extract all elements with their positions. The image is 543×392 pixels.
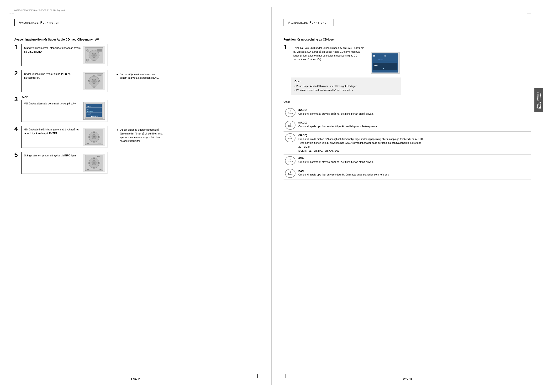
svg-text:ENTER: ENTER [98,75,101,76]
svg-point-44 [93,167,95,169]
table-row: ⊙ Track (CD) Om du vill komma åt ett vis… [283,154,531,167]
svg-text:zoom: zoom [98,143,101,144]
svg-point-14 [88,80,90,82]
icon-cell-2: ⊙ Time [283,119,297,131]
time-icon-cd: ⊙ Time [285,169,295,178]
crosshair-bottom-left [283,374,287,378]
svg-point-6 [86,49,89,52]
crosshair-top-right [527,11,531,16]
right-page-number: SWE-45 [402,377,412,380]
svg-rect-37 [87,143,89,144]
svg-text:ENT: ENT [93,136,96,138]
table-cell-4: (CD) Om du vill komma åt ett visst spår … [297,154,531,167]
table-cell-2: (SACD) Om du vill spela upp från en viss… [297,119,531,131]
sidebar-line1: Avancerade [536,92,539,109]
table-row: ⊙ Time (SACD) Om du vill spela upp från … [283,119,531,131]
svg-point-33 [93,131,95,133]
icon-cell-1: ⊙ Track [283,106,297,119]
step-2-number: 2 [14,70,20,76]
right-step-1-number: 1 [283,44,289,50]
svg-text:▶: ▶ [383,68,384,69]
crosshair-bottom-right [255,374,260,378]
svg-point-13 [93,86,95,88]
step-3-label: SACD [22,96,107,99]
obs-right-title: Obs! [294,80,398,83]
svg-text:01: 01 [87,109,89,110]
step-2-box: Under uppspelning trycker du på INFO på … [22,70,107,92]
svg-point-35 [88,136,90,138]
obs-right-item-2: - På vissa skivor kan funktionen alltså … [294,88,398,92]
left-page-number: SWE-44 [131,377,141,380]
table-cell-3: (SACD) Om du vill växla mellan tvåkanali… [297,131,531,154]
svg-text:01: 01 [384,55,386,57]
svg-rect-24 [86,112,102,112]
svg-text:0:01:12: 0:01:12 [378,59,384,61]
obs-right-box: Obs! - Vissa Super Audio CD-skivor inneh… [291,77,401,95]
svg-text:zoom: zoom [97,156,100,157]
sidebar-tab: Avancerade Funktioner [534,88,543,112]
step-1-box: Stäng visningsmenyn i stoppläget genom a… [22,44,107,66]
svg-text:SACD: SACD [87,106,91,107]
step-3-image: SACD 01 ▶ 0:01:12 MULTI ◄ PAUSE ► [83,102,105,120]
step-5-box: Stäng skärmen genom att trycka på INFO i… [22,152,107,174]
step-1-image [83,46,105,64]
svg-point-43 [93,157,95,159]
step-4-image: ENT zoom [83,128,105,146]
step-3-text: Välj önskat alternativ genom att trycka … [24,102,81,106]
right-step-1-box: Tryck på SACD/CD under uppspelningen av … [291,44,367,68]
step-3-box: Välj önskat alternativ genom att trycka … [22,100,107,122]
step-5-text: Stäng skärmen genom att trycka på INFO i… [24,154,81,158]
right-step-1-text: Tryck på SACD/CD under uppspelningen av … [293,46,364,61]
step-2-note: Du kan välja Info i funktionsmenyn genom… [111,70,164,80]
table-cell-5: (CD) Om du vill spela upp från en viss t… [297,167,531,180]
svg-text:CD: CD [373,55,375,57]
svg-text:▶ 0:01:12: ▶ 0:01:12 [87,110,93,112]
svg-point-45 [88,162,90,164]
svg-text:◄ PAUSE ►: ◄ PAUSE ► [91,116,98,117]
icon-cell-3: ⊙ Audio [283,131,297,154]
step-2-text: Under uppspelning trycker du på INFO på … [24,72,81,80]
obs-table: ⊙ Track (SACD) Om du vill komma åt ett v… [283,106,531,180]
step-1-text: Stäng visningsmenyn i stoppläget genom a… [24,46,81,54]
left-header-bar: Avancerade Funktioner [14,19,64,26]
left-header-text: Avancerade Funktioner [19,21,60,24]
crosshair-top-left [10,11,14,16]
obs-right-item-1: - Vissa Super Audio CD-skivor innehåller… [294,84,398,88]
svg-rect-21 [86,107,102,108]
right-page: Avancerade Funktioner Funktion för uppsp… [272,7,543,385]
svg-point-34 [93,141,95,143]
right-header-text: Avancerade Funktioner [288,21,329,24]
track-icon-sacd: ⊙ Track [285,108,295,117]
svg-point-7 [86,59,89,61]
audio-icon-sacd: ⊙ Audio [285,133,295,142]
step-4-text: Gör önskade inställningar genom att tryc… [24,128,81,135]
svg-point-11 [93,80,95,82]
icon-cell-5: ⊙ Time [283,167,297,180]
svg-rect-4 [97,49,102,51]
svg-point-46 [98,162,100,164]
table-cell-1: (SACD) Om du vill komma åt ett visst spå… [297,106,531,119]
step-4-note: Du kan använda siffertangenterna på fjär… [111,126,164,143]
svg-rect-47 [87,169,89,170]
track-icon-cd: ⊙ Track [285,156,295,165]
right-section-title: Funktion för uppspelning av CD-lager [283,38,531,41]
step-5-number: 5 [14,152,20,158]
step-3-number: 3 [14,96,20,102]
svg-point-3 [93,54,95,56]
svg-text:● ● ● ●: ● ● ● ● [374,65,378,66]
step-2-image: ENTER [83,72,105,90]
right-step-1-image: CD 01 0:01:12 ● ● ● ● ▶ [371,52,400,74]
svg-point-36 [98,136,100,138]
svg-point-42 [93,162,95,164]
left-page: 00???-HD950-XEE Swe2 5/17/05 11:32 AM Pa… [0,7,272,385]
left-section-title: Avspelningsfunktion för Super Audio CD m… [14,38,260,41]
table-row: ⊙ Time (CD) Om du vill spela upp från en… [283,167,531,180]
table-row: ⊙ Track (SACD) Om du vill komma åt ett v… [283,106,531,119]
svg-rect-54 [373,62,397,62]
sidebar-line2: Funktioner [539,93,542,109]
step-5-image: zoom [83,154,105,172]
step-1-number: 1 [14,44,20,50]
svg-point-12 [93,75,95,77]
file-info: 00???-HD950-XEE Swe2 5/17/05 11:32 AM Pa… [14,9,65,11]
svg-text:MULTI: MULTI [87,113,91,115]
